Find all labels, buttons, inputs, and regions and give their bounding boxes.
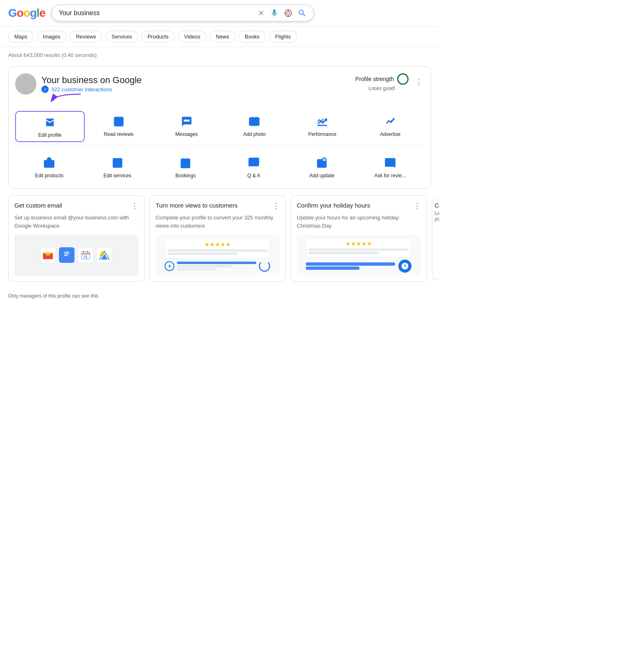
nav-pill-reviews[interactable]: Reviews [70,31,102,43]
shopping-icon [42,156,56,170]
svg-text:+: + [323,158,325,162]
google-logo: Google [8,7,45,20]
ask-review-label: Ask for revie... [374,173,406,178]
divider [15,145,424,146]
action-rows: Edit profile Read reviews Messages [15,111,424,182]
nav-pills: Maps Images Reviews Services Products Vi… [0,27,439,47]
edit-profile-button[interactable]: Edit profile [15,111,85,142]
holiday-cta [306,260,411,273]
svg-rect-28 [64,255,68,256]
edit-profile-label: Edit profile [38,132,62,138]
cards-row: Get custom email ⋮ Set up business email… [8,195,431,282]
photo-icon [247,114,262,129]
nav-pill-news[interactable]: News [210,31,235,43]
update-icon: + [314,156,329,170]
cards-section: Get custom email ⋮ Set up business email… [8,195,431,282]
add-photo-label: Add photo [243,131,266,137]
edit-products-label: Edit products [35,173,63,178]
ask-review-button[interactable]: Ask for revie... [356,152,425,182]
gcalendar-icon: 31 [78,247,93,263]
card-desc-2: Complete your profile to convert your 32… [156,214,280,230]
header: Google [0,0,439,27]
lens-search-button[interactable] [284,9,293,18]
card-more-button-2[interactable]: ⋮ [272,201,280,210]
views-illustration: ★★★★★ [165,238,270,259]
svg-rect-30 [81,253,90,254]
qa-label: Q & A [247,173,260,178]
read-reviews-button[interactable]: Read reviews [85,111,153,142]
action-row-2: Edit products Edit services ✓ Bookings [15,152,424,182]
search-bar [52,5,314,21]
profile-strength-circle [397,73,409,85]
edit-products-button[interactable]: Edit products [15,152,84,182]
search-submit-button[interactable] [298,9,307,18]
footer-note: Only managers of this profile can see th… [0,288,439,304]
qa-button[interactable]: Q & A [220,152,288,182]
voice-search-button[interactable] [270,9,279,18]
card-desc-3: Update your hours for an upcoming holida… [297,214,421,230]
svg-rect-26 [64,252,69,253]
business-panel: Your business on Google ✓ 322 customer i… [8,66,431,189]
holiday-illustration: ★★★★★ [306,237,411,258]
card-header: Get custom email ⋮ [14,201,138,210]
bookings-button[interactable]: ✓ Bookings [151,152,220,182]
partial-card-section: Cr Le yo [432,195,439,282]
interactions-link[interactable]: 322 customer interactions [51,86,112,93]
nav-pill-maps[interactable]: Maps [8,31,34,43]
card-header-3: Confirm your holiday hours ⋮ [297,201,421,210]
business-left: Your business on Google ✓ 322 customer i… [15,73,142,95]
star-icon [111,114,126,129]
card-title-2: Turn more views to customers [156,201,237,210]
nav-pill-products[interactable]: Products [141,31,174,43]
nav-pill-flights[interactable]: Flights [269,31,297,43]
nav-pill-services[interactable]: Services [106,31,138,43]
qa-icon [246,156,261,170]
business-top-right: Profile strength Looks good! ⋮ [355,73,424,91]
looks-good-label: Looks good! [368,86,395,91]
business-name: Your business on Google [41,75,142,86]
nav-pill-books[interactable]: Books [239,31,266,43]
advertise-icon [383,114,398,129]
card-more-button[interactable]: ⋮ [131,201,138,210]
store-icon [43,115,57,130]
card-more-button-3[interactable]: ⋮ [414,201,421,210]
more-options-button[interactable]: ⋮ [414,76,424,88]
add-update-button[interactable]: + Add update [288,152,356,182]
search-input[interactable] [59,9,254,17]
card-header-2: Turn more views to customers ⋮ [156,201,280,210]
trending-icon [315,114,330,129]
card-image-views: ★★★★★ + [156,235,280,276]
partial-card-title: Cr [435,202,439,209]
message-icon [179,114,194,129]
advertise-button[interactable]: Advertise [356,111,424,142]
profile-strength: Profile strength Looks good! [355,73,409,91]
bookings-label: Bookings [176,173,196,178]
partial-card-desc: Le yo [435,210,439,222]
messages-button[interactable]: Messages [153,111,221,142]
business-header: Your business on Google ✓ 322 customer i… [15,73,424,95]
partial-card: Cr Le yo [432,198,439,280]
edit-services-button[interactable]: Edit services [84,152,152,182]
business-info: Your business on Google ✓ 322 customer i… [41,75,142,93]
card-title: Get custom email [14,201,62,210]
holiday-card: Confirm your holiday hours ⋮ Update your… [291,195,427,282]
svg-point-1 [287,11,290,14]
gmail-icons: 31 [36,243,116,267]
clear-search-button[interactable] [258,9,265,17]
nav-pill-videos[interactable]: Videos [178,31,207,43]
card-desc: Set up business email @your-business.com… [14,214,138,230]
card-image-email: 31 [14,235,138,276]
action-row-1: Edit profile Read reviews Messages [15,111,424,142]
messages-label: Messages [175,131,198,137]
performance-button[interactable]: Performance [288,111,356,142]
add-photo-button[interactable]: Add photo [220,111,288,142]
more-views-card: Turn more views to customers ⋮ Complete … [149,195,286,282]
card-image-holiday: ★★★★★ [297,235,421,276]
nav-pill-images[interactable]: Images [37,31,67,43]
add-update-label: Add update [310,173,334,178]
clock-icon [398,260,411,273]
list-icon [110,156,125,170]
avatar [15,73,36,95]
svg-rect-25 [63,250,70,259]
svg-text:✓: ✓ [184,163,187,166]
